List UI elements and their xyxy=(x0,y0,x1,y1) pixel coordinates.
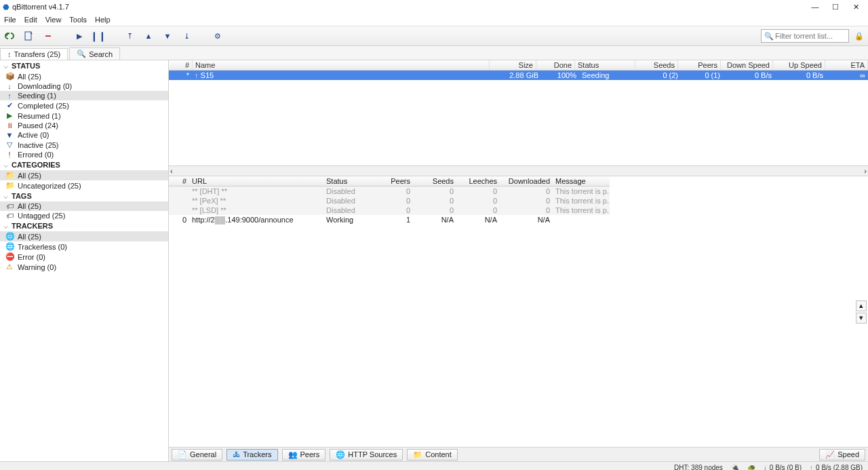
window-minimize-button[interactable]: — xyxy=(808,3,822,11)
horizontal-scrollbar[interactable]: ‹› xyxy=(169,165,868,176)
tag-all[interactable]: 🏷All (25) xyxy=(0,201,168,211)
dht-status[interactable]: DHT: 389 nodes xyxy=(674,464,723,471)
transfer-row[interactable]: *↑ S152.88 GiB100%Seeding0 (2)0 (1)0 B/s… xyxy=(169,71,868,80)
filter-input-container[interactable]: 🔍 xyxy=(761,29,849,43)
sidebar-item-label: All (25) xyxy=(18,202,41,210)
col-name[interactable]: Name xyxy=(193,60,490,70)
move-top-button[interactable]: ⤒ xyxy=(123,30,136,42)
menu-file[interactable]: File xyxy=(4,16,16,24)
status-seeding[interactable]: ↑Seeding (1) xyxy=(0,91,168,100)
menu-edit[interactable]: Edit xyxy=(24,16,37,24)
settings-button[interactable]: ⚙ xyxy=(212,30,224,42)
statusbar: DHT: 389 nodes 🔌 🐢 ↓0 B/s (0 B) ↑0 B/s (… xyxy=(0,461,868,470)
col-up[interactable]: Up Speed xyxy=(773,60,825,70)
tcol-peers[interactable]: Peers xyxy=(370,176,413,186)
filter-input[interactable] xyxy=(774,31,846,41)
sidebar-header-status[interactable]: STATUS xyxy=(0,60,168,71)
window-titlebar: ⬣ qBittorrent v4.1.7 — ☐ ✕ xyxy=(0,0,868,14)
tcol-leeches[interactable]: Leeches xyxy=(456,176,500,186)
btab-general[interactable]: 📄General xyxy=(172,449,222,461)
trk-less[interactable]: 🌐Trackerless (0) xyxy=(0,241,168,252)
alt-limits-icon[interactable]: 🐢 xyxy=(747,464,755,471)
col-done[interactable]: Done xyxy=(536,60,575,70)
upload-speed[interactable]: ↑0 B/s (2.88 GB) xyxy=(810,464,863,471)
move-down-button[interactable]: ▼ xyxy=(161,30,174,42)
tcol-message[interactable]: Message xyxy=(553,176,610,186)
firewall-icon[interactable]: 🔌 xyxy=(731,464,739,471)
trk-warning[interactable]: ⚠Warning (0) xyxy=(0,262,168,272)
col-num[interactable]: # xyxy=(169,60,193,70)
status-all[interactable]: 📦All (25) xyxy=(0,71,168,81)
status-paused[interactable]: ⏸Paused (24) xyxy=(0,121,168,130)
move-up-button[interactable]: ▲ xyxy=(142,30,155,42)
cat-all[interactable]: 📁All (25) xyxy=(0,170,168,180)
col-eta[interactable]: ETA xyxy=(825,60,868,70)
tracker-header[interactable]: # URL Status Peers Seeds Leeches Downloa… xyxy=(169,176,610,187)
col-status[interactable]: Status xyxy=(575,60,635,70)
pause-button[interactable]: ❙❙ xyxy=(92,30,104,42)
add-torrent-button[interactable] xyxy=(23,30,35,42)
status-completed[interactable]: ✔Completed (25) xyxy=(0,100,168,111)
move-bottom-button[interactable]: ⤓ xyxy=(180,30,193,42)
window-maximize-button[interactable]: ☐ xyxy=(829,3,842,12)
status-active[interactable]: ▼Active (0) xyxy=(0,130,168,140)
tab-search[interactable]: 🔍 Search xyxy=(69,47,120,60)
cat-uncat[interactable]: 📁Uncategorized (25) xyxy=(0,180,168,191)
btab-speed[interactable]: 📈Speed xyxy=(819,449,865,461)
tracker-row[interactable]: ** [PeX] **Disabled0000This torrent is p… xyxy=(169,196,610,205)
col-seeds[interactable]: Seeds xyxy=(635,60,678,70)
status-resumed[interactable]: ▶Resumed (1) xyxy=(0,111,168,121)
chevron-down-icon xyxy=(3,163,7,167)
tracker-row[interactable]: ** [LSD] **Disabled0000This torrent is p… xyxy=(169,205,610,215)
sidebar-icon: 🌐 xyxy=(5,232,14,241)
tcol-url[interactable]: URL xyxy=(189,176,323,186)
lock-icon[interactable]: 🔒 xyxy=(854,32,864,41)
status-downloading[interactable]: ↓Downloading (0) xyxy=(0,81,168,91)
btab-trackers[interactable]: 🖧Trackers xyxy=(226,449,277,461)
sidebar-header-tags[interactable]: TAGS xyxy=(0,191,168,201)
menu-help[interactable]: Help xyxy=(95,16,111,24)
tag-untagged[interactable]: 🏷Untagged (25) xyxy=(0,211,168,220)
pane-up-button[interactable]: ▴ xyxy=(856,300,867,311)
sidebar-icon: 📦 xyxy=(5,72,14,81)
window-close-button[interactable]: ✕ xyxy=(849,3,863,12)
tracker-row[interactable]: 0http://2▒▒.149:9000/announceWorking1N/A… xyxy=(169,215,610,224)
status-errored[interactable]: !Errored (0) xyxy=(0,150,168,159)
transfer-header[interactable]: # Name Size Done Status Seeds Peers Down… xyxy=(169,60,868,71)
tcol-n[interactable]: # xyxy=(169,176,189,186)
tcol-seeds[interactable]: Seeds xyxy=(413,176,456,186)
col-size[interactable]: Size xyxy=(490,60,536,70)
sidebar-item-label: Paused (24) xyxy=(18,121,58,130)
btab-peers[interactable]: 👥Peers xyxy=(282,449,326,461)
pane-down-button[interactable]: ▾ xyxy=(856,313,867,324)
app-icon: ⬣ xyxy=(3,3,9,12)
col-down[interactable]: Down Speed xyxy=(721,60,773,70)
sidebar-header-categories[interactable]: CATEGORIES xyxy=(0,159,168,170)
menu-view[interactable]: View xyxy=(45,16,62,24)
tab-transfers[interactable]: ↕ Transfers (25) xyxy=(0,48,68,60)
btab-content[interactable]: 📁Content xyxy=(407,449,458,461)
sidebar-header-trackers[interactable]: TRACKERS xyxy=(0,220,168,231)
trk-all[interactable]: 🌐All (25) xyxy=(0,231,168,241)
tcol-downloaded[interactable]: Downloaded xyxy=(500,176,553,186)
sidebar-item-label: Active (0) xyxy=(18,131,49,139)
resume-button[interactable]: ▶ xyxy=(73,30,85,42)
download-speed[interactable]: ↓0 B/s (0 B) xyxy=(764,464,802,471)
status-inactive[interactable]: ▽Inactive (25) xyxy=(0,140,168,150)
http-icon: 🌐 xyxy=(336,450,345,459)
sidebar-icon: ▽ xyxy=(5,140,14,149)
menu-tools[interactable]: Tools xyxy=(69,16,87,24)
transfers-icon: ↕ xyxy=(7,50,12,58)
sidebar-icon: ↓ xyxy=(5,82,14,90)
sidebar-item-label: Downloading (0) xyxy=(18,82,72,90)
trk-error[interactable]: ⛔Error (0) xyxy=(0,252,168,262)
add-link-button[interactable] xyxy=(4,30,16,42)
sidebar-icon: 🏷 xyxy=(5,212,14,220)
tcol-status[interactable]: Status xyxy=(323,176,370,186)
down-arrow-icon: ↓ xyxy=(764,464,767,471)
window-title: qBittorrent v4.1.7 xyxy=(12,3,69,11)
btab-http[interactable]: 🌐HTTP Sources xyxy=(330,449,403,461)
delete-button[interactable]: – xyxy=(42,30,54,42)
col-peers[interactable]: Peers xyxy=(678,60,721,70)
tracker-row[interactable]: ** [DHT] **Disabled0000This torrent is p… xyxy=(169,187,610,196)
